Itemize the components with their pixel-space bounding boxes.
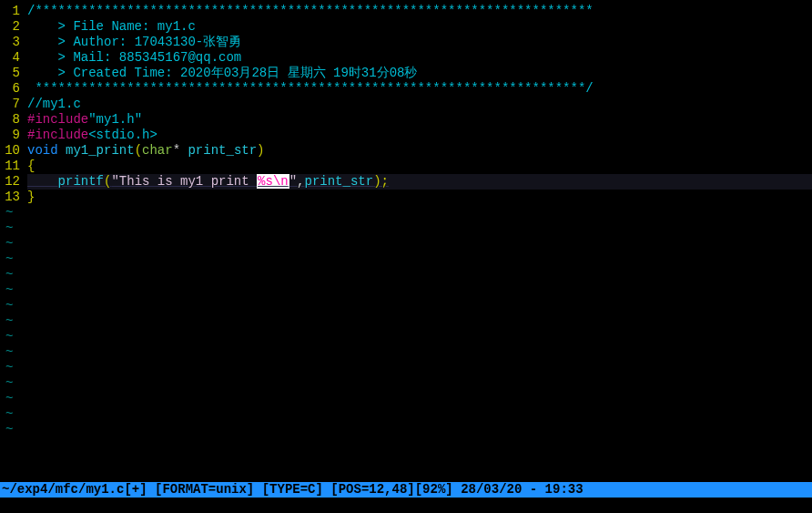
empty-line-tilde: ~ [0, 267, 812, 282]
code-line-10: 10 void my1_print(char* print_str) [0, 143, 812, 159]
status-modified-flag: [+] [124, 482, 147, 497]
status-format: [FORMAT=unix] [155, 482, 254, 497]
command-line[interactable] [0, 498, 812, 513]
empty-lines: ~~~~~~~~~~~~~~~ [0, 205, 812, 437]
empty-line-tilde: ~ [0, 360, 812, 375]
code-line-2: 2 > File Name: my1.c [0, 19, 812, 35]
empty-line-tilde: ~ [0, 313, 812, 329]
vim-editor[interactable]: 1 /*************************************… [0, 0, 812, 513]
empty-line-tilde: ~ [0, 391, 812, 406]
empty-line-tilde: ~ [0, 344, 812, 360]
code-line-11: 11 { [0, 159, 812, 174]
line-number: 13 [0, 190, 27, 205]
code-line-5: 5 > Created Time: 2020年03月28日 星期六 19时31分… [0, 66, 812, 81]
status-bar: ~/exp4/mfc/my1.c[+] [FORMAT=unix] [TYPE=… [0, 482, 812, 498]
comment-border-bottom: ****************************************… [27, 81, 594, 96]
code-line-8: 8 #include"my1.h" [0, 112, 812, 128]
comment-border-top: /***************************************… [27, 4, 594, 18]
code-line-1: 1 /*************************************… [0, 4, 812, 19]
status-time: 19:33 [545, 482, 584, 497]
line-number: 9 [0, 128, 27, 143]
header-filename-label: > File Name: [58, 19, 150, 34]
param-name: print_str [188, 143, 257, 158]
empty-line-tilde: ~ [0, 282, 812, 298]
status-pos: [POS=12,48] [330, 482, 414, 497]
header-filename-value: my1.c [157, 19, 196, 34]
empty-line-tilde: ~ [0, 375, 812, 391]
line-number: 5 [0, 66, 27, 81]
code-line-3: 3 > Author: 17043130-张智勇 [0, 35, 812, 50]
printf-arg: print_str [305, 174, 374, 189]
empty-line-tilde: ~ [0, 406, 812, 422]
status-date: 28/03/20 [461, 482, 522, 497]
include-directive: #include [27, 112, 88, 127]
line-number: 6 [0, 81, 27, 97]
function-name: my1_print [66, 143, 135, 158]
code-line-9: 9 #include<stdio.h> [0, 128, 812, 143]
line-number: 3 [0, 35, 27, 50]
empty-line-tilde: ~ [0, 236, 812, 251]
code-line-6: 6 **************************************… [0, 81, 812, 97]
empty-line-tilde: ~ [0, 251, 812, 267]
line-number: 2 [0, 19, 27, 35]
empty-line-tilde: ~ [0, 298, 812, 313]
empty-line-tilde: ~ [0, 205, 812, 221]
line-number: 10 [0, 143, 27, 159]
brace-close: } [27, 190, 35, 204]
empty-line-tilde: ~ [0, 422, 812, 437]
include-directive: #include [27, 128, 88, 142]
param-type: char [142, 143, 173, 158]
code-line-13: 13 } [0, 190, 812, 205]
code-line-12-cursor: 12 printf("This is my1 print %s\n",print… [0, 174, 812, 190]
line-number: 4 [0, 50, 27, 66]
param-star: * [173, 143, 180, 158]
empty-line-tilde: ~ [0, 221, 812, 236]
include-file: "my1.h" [88, 112, 142, 127]
line-number: 7 [0, 97, 27, 112]
line-number: 1 [0, 4, 27, 19]
return-type: void [27, 143, 58, 158]
status-type: [TYPE=C] [262, 482, 323, 497]
header-mail-value: 885345167@qq.com [119, 50, 241, 65]
header-author-label: > Author: [58, 35, 127, 49]
empty-line-tilde: ~ [0, 329, 812, 344]
header-created-label: > Created Time: [58, 66, 173, 80]
header-created-value: 2020年03月28日 星期六 19时31分08秒 [180, 66, 417, 80]
header-author-value: 17043130-张智勇 [135, 35, 242, 49]
code-line-7: 7 //my1.c [0, 97, 812, 112]
printf-string: "This is my1 print [111, 174, 257, 189]
brace-open: { [27, 159, 35, 173]
line-number: 11 [0, 159, 27, 174]
status-filepath: ~/exp4/mfc/my1.c [2, 482, 124, 497]
line-comment: //my1.c [27, 97, 81, 111]
line-number: 12 [0, 174, 27, 190]
printf-call: printf [58, 174, 104, 189]
header-mail-label: > Mail: [58, 50, 112, 65]
code-line-4: 4 > Mail: 885345167@qq.com [0, 50, 812, 66]
status-percent: [92%] [415, 482, 453, 497]
line-number: 8 [0, 112, 27, 128]
include-file: <stdio.h> [88, 128, 157, 142]
printf-escape: %s\n [257, 174, 289, 189]
code-area[interactable]: 1 /*************************************… [0, 0, 812, 482]
